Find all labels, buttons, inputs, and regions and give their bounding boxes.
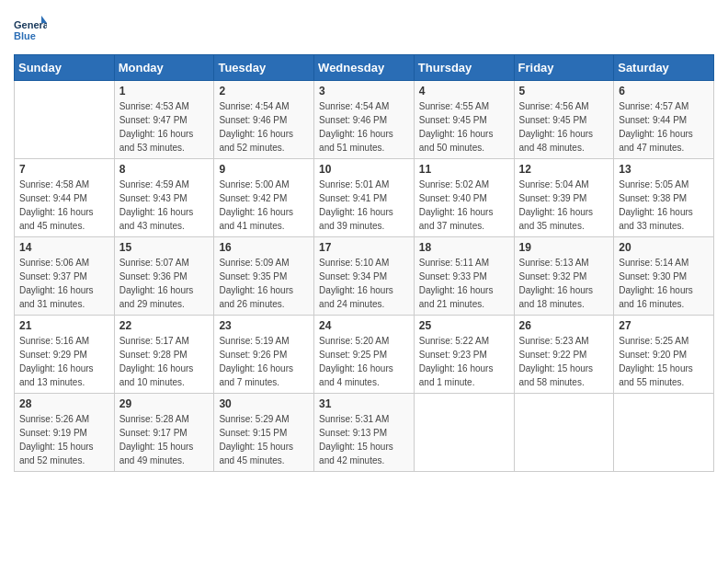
day-number: 10 <box>319 163 409 176</box>
day-number: 2 <box>219 85 309 98</box>
calendar-cell: 29 Sunrise: 5:28 AMSunset: 9:17 PMDaylig… <box>114 394 214 472</box>
day-info: Sunrise: 5:19 AMSunset: 9:26 PMDaylight:… <box>219 334 309 389</box>
day-number: 5 <box>519 85 609 98</box>
calendar-cell: 23 Sunrise: 5:19 AMSunset: 9:26 PMDaylig… <box>214 316 314 394</box>
calendar-cell <box>614 394 714 472</box>
week-row-1: 1 Sunrise: 4:53 AMSunset: 9:47 PMDayligh… <box>15 81 714 159</box>
header-row: SundayMondayTuesdayWednesdayThursdayFrid… <box>15 55 714 81</box>
calendar-cell: 16 Sunrise: 5:09 AMSunset: 9:35 PMDaylig… <box>214 237 314 316</box>
day-info: Sunrise: 4:59 AMSunset: 9:43 PMDaylight:… <box>119 178 210 233</box>
calendar-cell: 2 Sunrise: 4:54 AMSunset: 9:46 PMDayligh… <box>214 81 314 159</box>
day-number: 18 <box>419 241 509 254</box>
calendar-cell: 21 Sunrise: 5:16 AMSunset: 9:29 PMDaylig… <box>15 316 115 394</box>
calendar-cell: 6 Sunrise: 4:57 AMSunset: 9:44 PMDayligh… <box>614 81 714 159</box>
day-number: 28 <box>19 397 109 410</box>
day-info: Sunrise: 4:55 AMSunset: 9:45 PMDaylight:… <box>419 99 509 155</box>
day-info: Sunrise: 4:57 AMSunset: 9:44 PMDaylight:… <box>619 99 709 155</box>
day-info: Sunrise: 5:26 AMSunset: 9:19 PMDaylight:… <box>19 412 109 467</box>
day-number: 29 <box>119 397 210 410</box>
day-number: 7 <box>19 163 109 176</box>
day-info: Sunrise: 5:11 AMSunset: 9:33 PMDaylight:… <box>419 256 509 311</box>
day-number: 9 <box>219 163 309 176</box>
day-info: Sunrise: 4:56 AMSunset: 9:45 PMDaylight:… <box>519 99 609 155</box>
day-info: Sunrise: 5:16 AMSunset: 9:29 PMDaylight:… <box>19 334 109 389</box>
calendar-header: SundayMondayTuesdayWednesdayThursdayFrid… <box>15 55 714 81</box>
header-day-friday: Friday <box>514 55 614 81</box>
logo-graphic: General Blue <box>14 14 47 47</box>
day-info: Sunrise: 5:02 AMSunset: 9:40 PMDaylight:… <box>419 178 509 233</box>
calendar-cell: 20 Sunrise: 5:14 AMSunset: 9:30 PMDaylig… <box>614 237 714 316</box>
day-info: Sunrise: 5:28 AMSunset: 9:17 PMDaylight:… <box>119 412 210 467</box>
calendar-cell: 22 Sunrise: 5:17 AMSunset: 9:28 PMDaylig… <box>114 316 214 394</box>
day-info: Sunrise: 4:54 AMSunset: 9:46 PMDaylight:… <box>319 99 409 155</box>
calendar-cell: 31 Sunrise: 5:31 AMSunset: 9:13 PMDaylig… <box>314 394 415 472</box>
day-number: 25 <box>419 319 509 332</box>
day-number: 16 <box>219 241 309 254</box>
logo-blue-text: Blue <box>14 30 36 41</box>
logo-wrap: General Blue <box>14 14 47 47</box>
calendar-cell: 5 Sunrise: 4:56 AMSunset: 9:45 PMDayligh… <box>514 81 614 159</box>
day-number: 13 <box>619 163 709 176</box>
day-number: 8 <box>119 163 210 176</box>
week-row-3: 14 Sunrise: 5:06 AMSunset: 9:37 PMDaylig… <box>15 237 714 316</box>
day-number: 23 <box>219 319 309 332</box>
header-day-monday: Monday <box>114 55 214 81</box>
header-day-thursday: Thursday <box>414 55 514 81</box>
day-number: 24 <box>319 319 409 332</box>
day-info: Sunrise: 5:10 AMSunset: 9:34 PMDaylight:… <box>319 256 409 311</box>
calendar-cell <box>15 81 115 159</box>
calendar-cell: 10 Sunrise: 5:01 AMSunset: 9:41 PMDaylig… <box>314 159 415 237</box>
header-day-wednesday: Wednesday <box>314 55 415 81</box>
calendar-cell: 24 Sunrise: 5:20 AMSunset: 9:25 PMDaylig… <box>314 316 415 394</box>
header-day-saturday: Saturday <box>614 55 714 81</box>
calendar-cell <box>514 394 614 472</box>
day-number: 30 <box>219 397 309 410</box>
day-number: 4 <box>419 85 509 98</box>
calendar-cell <box>414 394 514 472</box>
calendar-cell: 8 Sunrise: 4:59 AMSunset: 9:43 PMDayligh… <box>114 159 214 237</box>
calendar-cell: 17 Sunrise: 5:10 AMSunset: 9:34 PMDaylig… <box>314 237 415 316</box>
day-number: 20 <box>619 241 709 254</box>
day-info: Sunrise: 5:23 AMSunset: 9:22 PMDaylight:… <box>519 334 609 389</box>
day-info: Sunrise: 5:07 AMSunset: 9:36 PMDaylight:… <box>119 256 210 311</box>
calendar-cell: 25 Sunrise: 5:22 AMSunset: 9:23 PMDaylig… <box>414 316 514 394</box>
day-info: Sunrise: 4:58 AMSunset: 9:44 PMDaylight:… <box>19 178 109 233</box>
calendar-cell: 1 Sunrise: 4:53 AMSunset: 9:47 PMDayligh… <box>114 81 214 159</box>
day-number: 12 <box>519 163 609 176</box>
calendar-table: SundayMondayTuesdayWednesdayThursdayFrid… <box>14 54 714 472</box>
calendar-cell: 9 Sunrise: 5:00 AMSunset: 9:42 PMDayligh… <box>214 159 314 237</box>
day-info: Sunrise: 5:13 AMSunset: 9:32 PMDaylight:… <box>519 256 609 311</box>
day-number: 1 <box>119 85 210 98</box>
day-number: 27 <box>619 319 709 332</box>
day-number: 6 <box>619 85 709 98</box>
day-number: 19 <box>519 241 609 254</box>
day-info: Sunrise: 5:00 AMSunset: 9:42 PMDaylight:… <box>219 178 309 233</box>
day-number: 11 <box>419 163 509 176</box>
day-info: Sunrise: 5:29 AMSunset: 9:15 PMDaylight:… <box>219 412 309 467</box>
day-number: 31 <box>319 397 409 410</box>
day-number: 26 <box>519 319 609 332</box>
day-info: Sunrise: 5:06 AMSunset: 9:37 PMDaylight:… <box>19 256 109 311</box>
calendar-cell: 30 Sunrise: 5:29 AMSunset: 9:15 PMDaylig… <box>214 394 314 472</box>
header-day-sunday: Sunday <box>15 55 115 81</box>
calendar-cell: 14 Sunrise: 5:06 AMSunset: 9:37 PMDaylig… <box>15 237 115 316</box>
week-row-4: 21 Sunrise: 5:16 AMSunset: 9:29 PMDaylig… <box>15 316 714 394</box>
calendar-body: 1 Sunrise: 4:53 AMSunset: 9:47 PMDayligh… <box>15 81 714 472</box>
calendar-cell: 13 Sunrise: 5:05 AMSunset: 9:38 PMDaylig… <box>614 159 714 237</box>
day-info: Sunrise: 4:54 AMSunset: 9:46 PMDaylight:… <box>219 99 309 155</box>
logo: General Blue <box>14 14 47 47</box>
week-row-5: 28 Sunrise: 5:26 AMSunset: 9:19 PMDaylig… <box>15 394 714 472</box>
calendar-cell: 26 Sunrise: 5:23 AMSunset: 9:22 PMDaylig… <box>514 316 614 394</box>
day-info: Sunrise: 5:01 AMSunset: 9:41 PMDaylight:… <box>319 178 409 233</box>
day-info: Sunrise: 5:22 AMSunset: 9:23 PMDaylight:… <box>419 334 509 389</box>
day-info: Sunrise: 5:31 AMSunset: 9:13 PMDaylight:… <box>319 412 409 467</box>
calendar-cell: 11 Sunrise: 5:02 AMSunset: 9:40 PMDaylig… <box>414 159 514 237</box>
day-info: Sunrise: 5:17 AMSunset: 9:28 PMDaylight:… <box>119 334 210 389</box>
header-day-tuesday: Tuesday <box>214 55 314 81</box>
day-number: 3 <box>319 85 409 98</box>
day-info: Sunrise: 4:53 AMSunset: 9:47 PMDaylight:… <box>119 99 210 155</box>
day-info: Sunrise: 5:25 AMSunset: 9:20 PMDaylight:… <box>619 334 709 389</box>
calendar-cell: 28 Sunrise: 5:26 AMSunset: 9:19 PMDaylig… <box>15 394 115 472</box>
day-info: Sunrise: 5:20 AMSunset: 9:25 PMDaylight:… <box>319 334 409 389</box>
day-number: 17 <box>319 241 409 254</box>
